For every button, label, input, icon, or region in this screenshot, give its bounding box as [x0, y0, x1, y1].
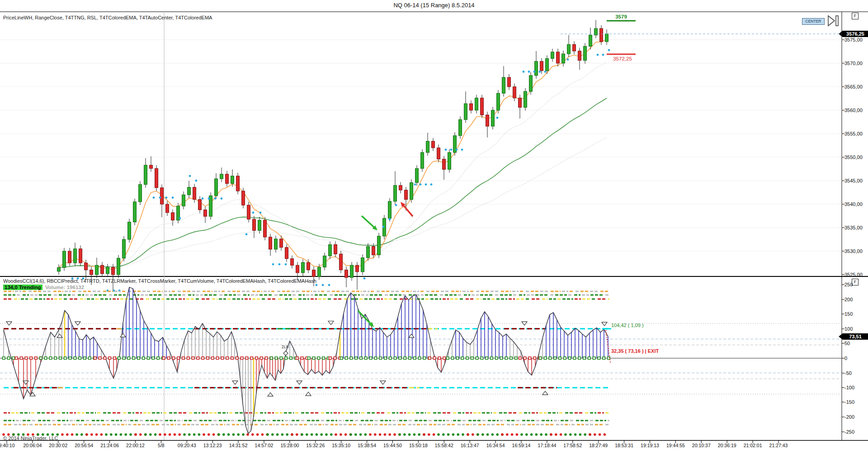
price-axis-label: 3525,00: [844, 272, 863, 277]
time-axis-label: 15:50:18: [409, 443, 428, 448]
time-axis-label: 14:57:02: [255, 443, 274, 448]
time-axis-label: 19:44:55: [666, 443, 685, 448]
time-axis-label: 15:28:00: [280, 443, 299, 448]
time-axis-label: 15:35:10: [332, 443, 350, 448]
time-axis-label: 21:02:01: [744, 443, 762, 448]
cci-axis-label: 0: [844, 355, 847, 361]
time-axis-label: 20:56:54: [75, 443, 93, 448]
price-axis-label: 3545,00: [844, 178, 863, 183]
cci-axis-label: 250: [844, 282, 853, 287]
chart-canvas[interactable]: [0, 0, 868, 463]
cci-axis-label: 100: [844, 326, 853, 332]
price-axis-label: 3555,00: [844, 131, 863, 136]
price-axis-label: 3575,00: [844, 37, 863, 42]
time-axis-label: 9:40:10: [0, 443, 15, 448]
price-axis-label: 3540,00: [844, 201, 863, 207]
cci-axis-label: 150: [844, 311, 853, 317]
cci-axis-label: 200: [844, 297, 853, 302]
time-axis-label: 14:31:52: [229, 443, 248, 448]
time-axis-label: 5/8: [158, 443, 165, 448]
time-axis-label: 13:12:23: [203, 443, 222, 448]
time-axis-label: 16:13:47: [461, 443, 479, 448]
price-axis-label: 3565,00: [844, 84, 863, 89]
cci-axis-label: -200: [844, 414, 854, 420]
time-axis-label: 18:27:49: [589, 443, 608, 448]
price-axis-label: 3560,00: [844, 108, 863, 113]
time-axis-label: 16:59:14: [512, 443, 531, 448]
time-axis-label: 15:58:42: [435, 443, 453, 448]
time-axis-label: 21:27:43: [769, 443, 788, 448]
time-axis-label: 20:10:37: [692, 443, 711, 448]
cci-axis-label: -150: [844, 399, 854, 405]
time-axis-label: 17:58:52: [563, 443, 582, 448]
time-axis-label: 20:06:04: [23, 443, 42, 448]
time-axis-label: 20:30:02: [49, 443, 67, 448]
cci-axis-label: -50: [844, 370, 852, 376]
price-axis-label: 3530,00: [844, 248, 863, 254]
price-axis-label: 3550,00: [844, 154, 863, 160]
time-axis-label: 16:34:54: [486, 443, 505, 448]
time-axis-label: 15:44:50: [383, 443, 402, 448]
time-axis-label: 15:32:26: [306, 443, 325, 448]
price-axis-label: 3535,00: [844, 225, 863, 230]
price-axis-label: 3570,00: [844, 61, 863, 66]
time-axis-label: 21:24:06: [100, 443, 119, 448]
time-axis-label: 15:38:54: [358, 443, 376, 448]
cci-axis-label: 50: [844, 341, 850, 346]
time-axis-label: 18:53:31: [615, 443, 633, 448]
cci-axis-label: -100: [844, 385, 854, 390]
time-axis-label: 09:20:43: [178, 443, 196, 448]
time-axis-label: 22:00:12: [126, 443, 145, 448]
time-axis-label: 17:18:44: [538, 443, 556, 448]
time-axis-label: 20:36:19: [718, 443, 736, 448]
cci-axis-label: -250: [844, 429, 854, 435]
time-axis-label: 19:19:13: [641, 443, 659, 448]
